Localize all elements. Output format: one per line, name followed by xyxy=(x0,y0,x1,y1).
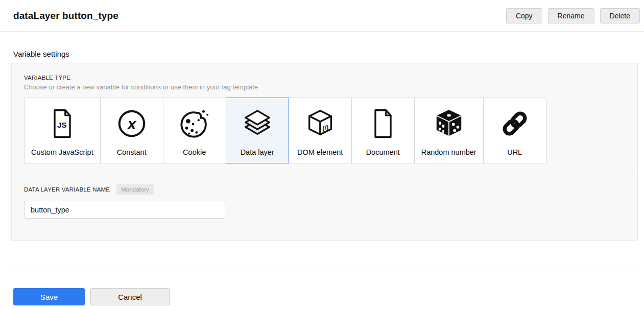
link-icon xyxy=(499,106,531,141)
main-content: Variable settings VARIABLE TYPE Choose o… xyxy=(0,50,644,305)
constant-x-icon: x xyxy=(116,106,148,141)
type-card-url[interactable]: URL xyxy=(483,98,546,163)
variable-type-section: VARIABLE TYPE Choose or create a new var… xyxy=(12,63,637,174)
page-title: dataLayer button_type xyxy=(13,10,118,21)
cancel-button[interactable]: Cancel xyxy=(90,288,170,305)
type-card-label: DOM element xyxy=(297,148,343,156)
type-card-constant[interactable]: x Constant xyxy=(100,98,163,163)
copy-button[interactable]: Copy xyxy=(506,8,542,23)
layers-icon xyxy=(242,106,273,141)
svg-text:x: x xyxy=(126,115,136,132)
type-card-label: Random number xyxy=(421,148,476,156)
type-card-random-number[interactable]: Random number xyxy=(414,98,484,163)
document-icon xyxy=(368,106,398,141)
footer-divider xyxy=(11,272,638,272)
variable-name-input[interactable] xyxy=(24,201,225,219)
cube-code-icon: (/) xyxy=(304,106,336,141)
type-card-dom-element[interactable]: (/) DOM element xyxy=(289,98,352,163)
svg-text:JS: JS xyxy=(57,121,66,129)
type-card-data-layer[interactable]: Data layer xyxy=(226,98,289,163)
type-card-document[interactable]: Document xyxy=(351,98,415,163)
delete-button[interactable]: Delete xyxy=(600,8,640,23)
dice-icon xyxy=(433,106,465,141)
type-card-label: Cookie xyxy=(183,148,206,156)
type-card-label: Document xyxy=(366,148,400,156)
variable-settings-panel: VARIABLE TYPE Choose or create a new var… xyxy=(11,63,638,241)
rename-button[interactable]: Rename xyxy=(548,8,594,23)
cookie-icon xyxy=(179,106,210,141)
type-card-cookie[interactable]: Cookie xyxy=(163,98,226,163)
variable-settings-heading: Variable settings xyxy=(13,50,638,58)
variable-type-row: JS Custom JavaScript x Constant xyxy=(24,98,625,163)
mandatory-badge: Mandatory xyxy=(116,184,153,195)
variable-type-description: Choose or create a new variable for cond… xyxy=(24,83,625,91)
save-button[interactable]: Save xyxy=(13,288,85,305)
type-card-label: URL xyxy=(507,148,522,156)
type-card-label: Constant xyxy=(117,148,147,156)
svg-text:(/): (/) xyxy=(322,124,329,132)
js-document-icon: JS xyxy=(47,106,78,141)
variable-name-label: DATA LAYER VARIABLE NAME xyxy=(24,186,110,193)
type-card-custom-javascript[interactable]: JS Custom JavaScript xyxy=(24,98,101,163)
variable-name-section: DATA LAYER VARIABLE NAME Mandatory xyxy=(12,174,637,240)
variable-name-label-row: DATA LAYER VARIABLE NAME Mandatory xyxy=(24,184,625,195)
footer-actions: Save Cancel xyxy=(11,288,638,305)
type-card-label: Data layer xyxy=(241,148,274,156)
header-actions: Copy Rename Delete xyxy=(506,8,640,23)
type-card-label: Custom JavaScript xyxy=(31,148,93,156)
page-header: dataLayer button_type Copy Rename Delete xyxy=(0,0,644,32)
variable-type-label: VARIABLE TYPE xyxy=(24,75,625,81)
